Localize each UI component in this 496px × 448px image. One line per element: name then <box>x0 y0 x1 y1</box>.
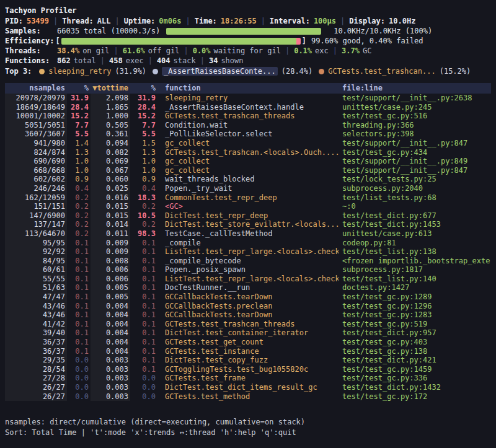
separator: | <box>336 17 349 25</box>
separator: | <box>181 17 194 25</box>
header-file-line[interactable]: file:line <box>339 83 491 94</box>
cell-nsamples: 5051/5051 <box>5 121 67 130</box>
cell-function: ListTest.test_repr_large.<locals>.check <box>157 247 339 257</box>
cell-tottime: 0.060 <box>91 175 130 184</box>
cell-pct-cumulative: 28.4 <box>130 103 157 112</box>
cell-function: GCTogglingTests.test_bug1055820c <box>157 365 339 374</box>
efficiency-line: Efficiency: [ ] 99.60% good, 0.40% faile… <box>5 36 491 46</box>
thread-stat-label: waiting for gil <box>211 46 281 55</box>
cell-tottime: 0.094 <box>91 139 130 148</box>
table-row: 10001/1000215.21.00015.2GCTests.test_tra… <box>5 112 491 121</box>
thread-stat-label: exc <box>312 46 329 55</box>
top3-label: Top 3: <box>5 67 32 76</box>
function-stat-label: stack <box>170 56 196 65</box>
cell-file-line: unittest/case.py:613 <box>339 229 491 239</box>
cell-pct-cumulative: 0.1 <box>130 257 157 266</box>
cell-nsamples: 147/6900 <box>5 211 67 221</box>
threads-line: Threads: 38.4%on gil|61.6%off gil|0.0%wa… <box>5 46 491 56</box>
function-stat: 458exec <box>109 56 144 65</box>
top3-item-pct: (28.4%) <box>278 67 313 76</box>
cell-pct-cumulative: 0.4 <box>130 184 157 193</box>
samples-rate: 10.0KHz/10.0KHz (100%) <box>327 27 432 35</box>
footer: nsamples: direct/cumulative (direct=exec… <box>5 417 491 438</box>
function-stat-value: 404 <box>157 56 170 65</box>
cell-file-line: test/list_tests.py:68 <box>339 193 491 203</box>
cell-nsamples: 39/40 <box>5 328 67 338</box>
cell-file-line: test/support/__init__.py:847 <box>339 166 491 175</box>
cell-function: CommonTest.test_repr_deep <box>157 193 339 203</box>
cell-file-line: test/test_gc.py:434 <box>339 148 491 157</box>
table-row: 3607/36075.50.3615.5_PollLikeSelector.se… <box>5 130 491 139</box>
thread-stat-label: on gil <box>79 46 109 55</box>
cell-file-line: test/lock_tests.py:25 <box>339 175 491 184</box>
header-pct-cumulative[interactable]: % <box>130 83 157 94</box>
cell-nsamples: 113/64670 <box>5 229 67 239</box>
cell-tottime: 0.004 <box>91 328 130 338</box>
thread-stat-value: 0.1% <box>294 46 312 55</box>
cell-pct-direct: 1.0 <box>67 166 91 175</box>
cell-tottime: 0.003 <box>91 392 130 402</box>
cell-nsamples: 51/63 <box>5 283 67 292</box>
cell-function: wait_threads_blocked <box>157 175 339 184</box>
thread-label: Thread: <box>62 17 94 25</box>
footer-keybindings-line: Sort: Total Time | 't':mode 'x':trends ↔… <box>5 428 491 438</box>
status-line: PID:53499 | Thread:ALL | Uptime:0m06s | … <box>5 16 491 26</box>
cell-pct-cumulative: 0.2 <box>130 202 157 211</box>
function-stat-label: exec <box>123 56 144 65</box>
cell-tottime: 0.004 <box>91 338 130 347</box>
cell-function: DictTest.test_store_evilattr.<locals... <box>157 220 339 229</box>
cell-tottime: 0.004 <box>91 302 130 311</box>
cell-function: GCTests.test_method <box>157 392 339 402</box>
function-stat: 34shown <box>209 56 244 65</box>
cell-file-line: unittest/case.py:245 <box>339 103 491 112</box>
separator: | <box>111 17 124 25</box>
cell-function: _compile <box>157 239 339 248</box>
cell-pct-direct: 0.0 <box>67 383 91 392</box>
cell-pct-cumulative: 1.5 <box>130 139 157 148</box>
cell-file-line: test/test_list.py:138 <box>339 247 491 257</box>
cell-nsamples: 18649/18649 <box>5 103 67 112</box>
silver-medal-icon <box>153 69 158 74</box>
cell-tottime: 0.014 <box>91 220 130 229</box>
cell-pct-direct: 7.7 <box>67 121 91 130</box>
header-tottime-sorted[interactable]: ▼tottime <box>91 83 130 94</box>
cell-pct-direct: 0.1 <box>67 239 91 248</box>
top3-item-pct: (31.9%) <box>112 67 147 76</box>
cell-pct-cumulative: 18.3 <box>130 193 157 203</box>
cell-pct-direct: 0.0 <box>67 365 91 374</box>
cell-pct-cumulative: 7.7 <box>130 121 157 130</box>
cell-pct-direct: 31.9 <box>67 94 91 103</box>
cell-pct-cumulative: 0.0 <box>130 383 157 392</box>
cell-pct-cumulative: 0.1 <box>130 310 157 320</box>
header-pct-direct[interactable]: % <box>67 83 91 94</box>
cell-nsamples: 36/37 <box>5 347 67 356</box>
table-row: 43/460.10.0040.1GCCallbackTests.tearDown… <box>5 310 491 320</box>
separator: | <box>196 56 209 65</box>
cell-nsamples: 824/874 <box>5 148 67 157</box>
gold-medal-icon <box>39 69 45 74</box>
thread-stat: 3.7%GC <box>342 46 371 55</box>
cell-file-line: test/support/__init__.py:847 <box>339 139 491 148</box>
top3-item-pct: (15.2%) <box>436 67 471 76</box>
samples-bar <box>166 28 321 35</box>
table-row: 39/400.10.0040.1DictTest.test_container_… <box>5 328 491 338</box>
cell-pct-direct: 0.2 <box>67 229 91 239</box>
cell-function: DictTest.test_container_iterator <box>157 328 339 338</box>
interval-label: Interval: <box>270 17 310 25</box>
pid-label: PID: <box>5 17 23 25</box>
cell-pct-cumulative: 0.0 <box>130 392 157 402</box>
cell-function: Popen._posix_spawn <box>157 265 339 275</box>
header-nsamples[interactable]: nsamples <box>5 83 67 94</box>
functions-line: Functions: 862total|458exec|404stack|34s… <box>5 56 491 66</box>
cell-nsamples: 668/668 <box>5 166 67 175</box>
cell-tottime: 0.005 <box>91 292 130 302</box>
cell-tottime: 0.003 <box>91 374 130 383</box>
cell-nsamples: 690/690 <box>5 157 67 166</box>
cell-file-line: subprocess.py:2040 <box>339 184 491 193</box>
header-function[interactable]: function <box>157 83 339 94</box>
table-body: 20978/2097931.92.09831.9sleeping_retryte… <box>5 94 491 401</box>
table-row: 690/6901.00.0691.0gc_collecttest/support… <box>5 157 491 166</box>
thread-stat-value: 3.7% <box>342 46 360 55</box>
cell-tottime: 0.505 <box>91 121 130 130</box>
cell-pct-direct: 0.2 <box>67 193 91 203</box>
